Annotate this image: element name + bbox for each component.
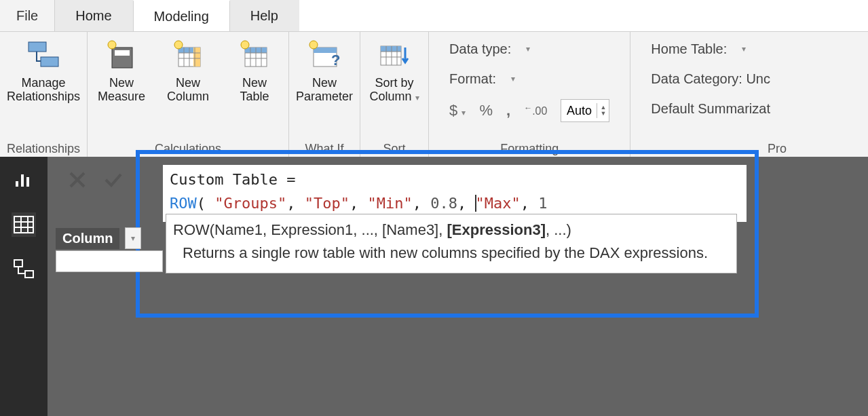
decimal-places-input[interactable]	[561, 103, 597, 119]
chevron-down-icon: ▾	[461, 108, 466, 117]
manage-relationships-label: Manage Relationships	[7, 77, 80, 104]
tab-modeling[interactable]: Modeling	[133, 0, 230, 31]
group-calculations: New Measure New Column New Table Calcula…	[88, 32, 288, 157]
new-parameter-button[interactable]: ? New Parameter	[296, 36, 353, 104]
svg-point-8	[174, 41, 183, 49]
relationships-icon	[22, 36, 65, 74]
tab-help[interactable]: Help	[230, 0, 299, 31]
currency-button[interactable]: $ ▾	[449, 102, 466, 119]
ribbon: Manage Relationships Relationships New M…	[0, 32, 868, 158]
new-table-button[interactable]: New Table	[227, 36, 282, 104]
chevron-down-icon: ▾	[511, 74, 515, 83]
manage-relationships-button[interactable]: Manage Relationships	[7, 36, 80, 104]
svg-rect-0	[29, 42, 46, 52]
svg-text:?: ?	[331, 52, 340, 69]
home-table-dropdown[interactable]: Home Table: ▾	[651, 39, 770, 59]
field-well-dropdown[interactable]: ▾	[125, 227, 141, 249]
data-view-icon[interactable]	[12, 212, 36, 237]
data-type-label: Data type:	[449, 41, 511, 57]
default-summarization-dropdown[interactable]: Default Summarizat	[651, 98, 770, 119]
table-icon	[233, 36, 276, 74]
default-summarization-label: Default Summarizat	[651, 101, 770, 117]
decimal-button[interactable]: ←.00	[524, 103, 547, 117]
cancel-formula-button[interactable]	[68, 170, 87, 189]
format-label: Format:	[449, 71, 496, 87]
model-view-icon[interactable]	[12, 257, 36, 282]
tab-file[interactable]: File	[0, 0, 55, 31]
group-sort: Sort by Column ▾ Sort	[360, 32, 428, 157]
new-column-button[interactable]: New Column	[161, 36, 215, 104]
group-formatting: Data type: ▾ Format: ▾ $ ▾ % , ←.00 ▲▼ F…	[429, 32, 630, 157]
thousands-button[interactable]: ,	[506, 102, 510, 119]
svg-point-4	[108, 41, 116, 49]
sort-by-column-label: Sort by Column ▾	[370, 77, 419, 104]
svg-point-11	[241, 41, 249, 49]
formula-bar-controls	[68, 170, 124, 189]
field-well: Column ▾	[56, 227, 141, 249]
data-category-dropdown[interactable]: Data Category: Unc	[651, 69, 770, 89]
data-category-label: Data Category: Unc	[651, 71, 770, 87]
intellisense-description: Returns a single row table with new colu…	[173, 242, 730, 265]
svg-rect-1	[41, 57, 58, 67]
current-parameter: [Expression3]	[447, 221, 546, 238]
group-properties: Home Table: ▾ Data Category: Unc Default…	[630, 32, 791, 157]
new-measure-button[interactable]: New Measure	[94, 36, 149, 104]
svg-rect-18	[14, 216, 33, 233]
view-sidebar	[0, 157, 48, 416]
home-table-label: Home Table:	[651, 41, 727, 57]
group-sort-label: Sort	[360, 142, 428, 156]
field-well-label: Column	[56, 228, 119, 249]
sort-icon	[373, 36, 416, 74]
spinner-arrows[interactable]: ▲▼	[597, 103, 609, 118]
chevron-down-icon: ▾	[131, 233, 135, 243]
column-icon	[166, 36, 210, 74]
ribbon-tabs: File Home Modeling Help	[0, 0, 868, 32]
measure-icon	[100, 36, 143, 74]
svg-point-15	[309, 41, 318, 49]
group-relationships-label: Relationships	[0, 142, 87, 156]
chevron-down-icon: ▾	[415, 93, 419, 102]
svg-rect-17	[381, 46, 401, 52]
new-parameter-label: New Parameter	[296, 77, 353, 104]
group-calculations-label: Calculations	[88, 142, 288, 156]
new-table-label: New Table	[240, 77, 269, 104]
group-whatif: ? New Parameter What If	[289, 32, 360, 157]
field-well-cell[interactable]	[56, 250, 163, 272]
decimal-places-spinner[interactable]: ▲▼	[561, 99, 609, 122]
new-column-label: New Column	[167, 77, 209, 104]
chevron-down-icon: ▾	[526, 44, 530, 54]
intellisense-signature: ROW(Name1, Expression1, ..., [Name3], [E…	[173, 219, 730, 242]
sort-by-column-button[interactable]: Sort by Column ▾	[367, 36, 421, 104]
formula-line-1: Custom Table =	[170, 168, 740, 191]
parameter-icon: ?	[303, 36, 346, 74]
group-properties-label: Pro	[630, 142, 791, 156]
format-dropdown[interactable]: Format: ▾	[449, 69, 609, 89]
group-whatif-label: What If	[289, 142, 360, 156]
data-type-dropdown[interactable]: Data type: ▾	[449, 39, 609, 59]
intellisense-tooltip: ROW(Name1, Expression1, ..., [Name3], [E…	[166, 214, 737, 273]
group-formatting-label: Formatting	[429, 142, 630, 156]
report-view-icon[interactable]	[12, 168, 36, 192]
percent-button[interactable]: %	[479, 102, 493, 119]
svg-rect-20	[25, 271, 33, 278]
dax-function: ROW	[170, 195, 197, 212]
commit-formula-button[interactable]	[103, 170, 124, 189]
group-relationships: Manage Relationships Relationships	[0, 32, 87, 157]
editor-stage: Custom Table = ROW( "Groups", "Top", "Mi…	[48, 157, 868, 416]
new-measure-label: New Measure	[98, 77, 145, 104]
formula-line-2: ROW( "Groups", "Top", "Min", 0.8, "Max",…	[170, 191, 740, 215]
svg-rect-3	[115, 50, 130, 56]
chevron-down-icon: ▾	[742, 44, 746, 54]
svg-rect-19	[14, 260, 22, 267]
formula-editor[interactable]: Custom Table = ROW( "Groups", "Top", "Mi…	[163, 165, 747, 222]
tab-home[interactable]: Home	[55, 0, 132, 31]
